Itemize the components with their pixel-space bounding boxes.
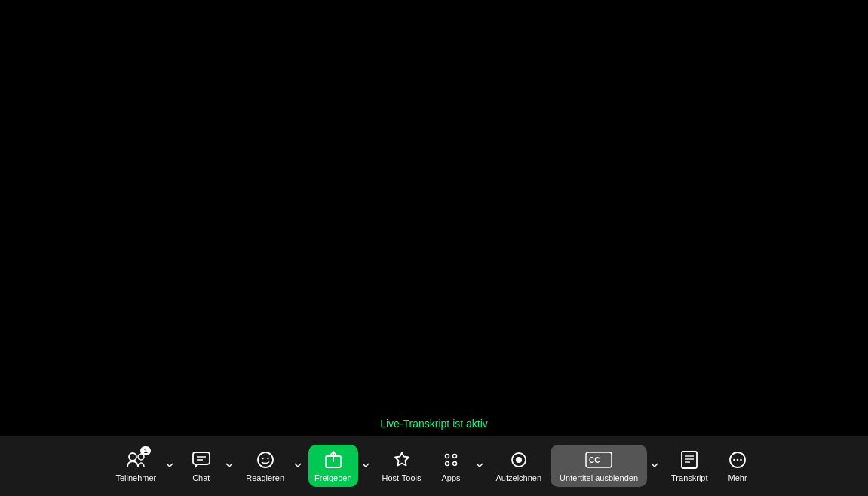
reagieren-button[interactable]: Reagieren bbox=[240, 445, 290, 487]
untertitel-label: Untertitel ausblenden bbox=[560, 473, 638, 482]
chat-group: Chat bbox=[180, 445, 237, 487]
chat-button[interactable]: Chat bbox=[180, 445, 222, 487]
teilnehmer-label: Teilnehmer bbox=[115, 473, 156, 482]
svg-point-10 bbox=[453, 455, 457, 458]
transkript-button[interactable]: Transkript bbox=[665, 445, 714, 487]
svg-point-9 bbox=[446, 455, 449, 458]
freigeben-button[interactable]: Freigeben bbox=[308, 445, 358, 487]
freigeben-chevron[interactable] bbox=[358, 458, 373, 473]
teilnehmer-chevron[interactable] bbox=[162, 458, 177, 473]
freigeben-label: Freigeben bbox=[314, 473, 352, 482]
apps-group: Apps bbox=[431, 445, 487, 487]
apps-label: Apps bbox=[441, 473, 460, 482]
host-tools-button[interactable]: Host-Tools bbox=[376, 445, 428, 487]
aufzeichnen-button[interactable]: Aufzeichnen bbox=[490, 445, 548, 487]
reagieren-label: Reagieren bbox=[246, 473, 284, 482]
chat-label: Chat bbox=[192, 473, 210, 482]
apps-button[interactable]: Apps bbox=[431, 445, 472, 487]
svg-point-5 bbox=[258, 452, 273, 467]
svg-rect-2 bbox=[193, 452, 210, 464]
apps-chevron[interactable] bbox=[472, 458, 487, 473]
teilnehmer-group: 1 Teilnehmer bbox=[109, 445, 177, 487]
host-tools-label: Host-Tools bbox=[382, 473, 422, 482]
svg-point-14 bbox=[516, 457, 522, 463]
freigeben-group: Freigeben bbox=[308, 445, 373, 487]
svg-point-22 bbox=[733, 459, 735, 461]
mehr-button[interactable]: Mehr bbox=[717, 445, 759, 487]
reagieren-group: Reagieren bbox=[240, 445, 305, 487]
main-video-area bbox=[0, 0, 868, 436]
mehr-label: Mehr bbox=[728, 473, 747, 482]
svg-point-11 bbox=[446, 462, 449, 466]
svg-point-23 bbox=[737, 459, 739, 461]
aufzeichnen-label: Aufzeichnen bbox=[496, 473, 542, 482]
svg-text:CC: CC bbox=[589, 456, 600, 464]
untertitel-chevron[interactable] bbox=[647, 458, 662, 473]
chat-chevron[interactable] bbox=[222, 458, 237, 473]
teilnehmer-button[interactable]: 1 Teilnehmer bbox=[109, 445, 162, 487]
live-transcript-banner: Live-Transkript ist aktiv bbox=[380, 418, 488, 430]
svg-point-6 bbox=[262, 458, 263, 459]
svg-point-0 bbox=[129, 453, 136, 461]
untertitel-button[interactable]: CC Untertitel ausblenden bbox=[551, 445, 647, 487]
untertitel-group: CC Untertitel ausblenden bbox=[551, 445, 662, 487]
svg-rect-17 bbox=[682, 452, 697, 468]
transkript-label: Transkript bbox=[671, 473, 708, 482]
reagieren-chevron[interactable] bbox=[290, 458, 305, 473]
svg-point-12 bbox=[453, 462, 457, 466]
toolbar: 1 Teilnehmer Chat bbox=[0, 436, 868, 496]
svg-point-7 bbox=[267, 458, 268, 459]
svg-point-24 bbox=[740, 459, 742, 461]
teilnehmer-badge: 1 bbox=[140, 446, 151, 455]
